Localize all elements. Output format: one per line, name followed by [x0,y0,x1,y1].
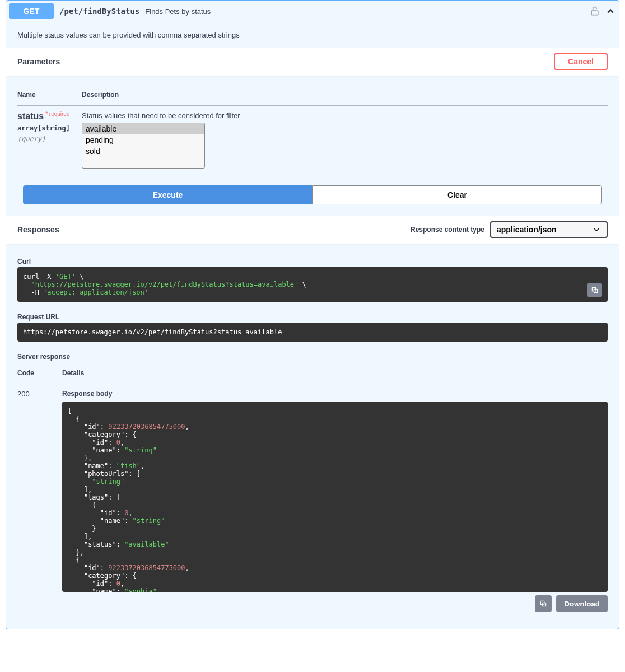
param-required-label: * required [44,111,69,117]
param-description: Status values that need to be considered… [82,111,608,120]
curl-section: Curl curl -X 'GET' \ 'https://petstore.s… [17,252,608,307]
col-details: Details [62,362,608,384]
operation-path: /pet/findByStatus [54,7,145,16]
operation-description: Multiple status values can be provided w… [17,31,608,39]
execute-button[interactable]: Execute [23,185,312,204]
request-url-section: Request URL https://petstore.swagger.io/… [17,307,608,347]
execute-buttons: Execute Clear [17,174,608,204]
param-in: (query) [17,135,82,143]
param-type: array[string] [17,122,82,135]
request-url-code: https://petstore.swagger.io/v2/pet/findB… [17,323,608,342]
server-response-label: Server response [17,347,608,362]
response-body-label: Response body [62,390,608,399]
copy-response-button[interactable] [535,595,552,612]
response-body[interactable]: [ { "id": 9223372036854775000, "category… [62,402,608,592]
col-description: Description [82,84,608,106]
parameters-heading: Parameters [17,57,554,66]
response-code: 200 [17,384,62,618]
operation-summary[interactable]: GET /pet/findByStatus Finds Pets by stat… [6,1,619,22]
content-type-label: Response content type [411,226,484,234]
responses-header: Responses Response content type applicat… [6,216,619,244]
clear-button[interactable]: Clear [312,185,602,204]
status-select[interactable]: availablependingsold [82,123,205,169]
chevron-up-icon[interactable] [605,6,616,17]
svg-rect-0 [591,11,598,15]
curl-code: curl -X 'GET' \ 'https://petstore.swagge… [17,267,608,302]
operation-block: GET /pet/findByStatus Finds Pets by stat… [6,0,619,629]
download-button[interactable]: Download [556,595,608,612]
request-url-label: Request URL [17,307,608,323]
server-response-table: Code Details 200 Response body [ { "id":… [17,362,608,618]
parameters-table: Name Description status* required array[… [17,84,608,174]
content-type-select[interactable]: application/json [490,221,608,238]
cancel-button[interactable]: Cancel [554,53,608,70]
response-content-type: Response content type application/json [411,221,608,238]
response-row: 200 Response body [ { "id": 922337203685… [17,384,608,618]
http-method-badge: GET [9,3,54,19]
col-name: Name [17,84,82,106]
operation-summary-text: Finds Pets by status [145,7,589,16]
parameters-header: Parameters Cancel [6,48,619,76]
param-name: status [17,111,44,121]
operation-body: Multiple status values can be provided w… [6,22,619,629]
curl-label: Curl [17,252,608,267]
unlock-icon[interactable] [589,6,600,17]
parameter-row: status* required array[string] (query) S… [17,106,608,175]
copy-curl-button[interactable] [587,283,602,297]
col-code: Code [17,362,62,384]
responses-heading: Responses [17,225,411,234]
